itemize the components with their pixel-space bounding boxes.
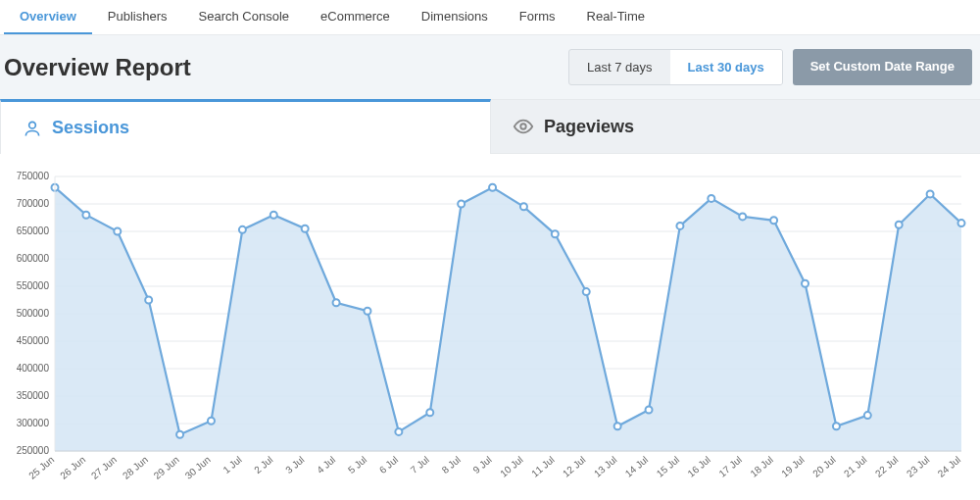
svg-point-36 [426, 409, 433, 416]
range-option-last-30-days[interactable]: Last 30 days [670, 50, 782, 84]
svg-point-30 [239, 226, 246, 233]
eye-icon [513, 116, 534, 137]
metric-tab-label: Pageviews [544, 117, 634, 137]
svg-text:12 Jul: 12 Jul [561, 454, 588, 479]
nav-tab-forms[interactable]: Forms [504, 0, 571, 34]
svg-text:29 Jun: 29 Jun [152, 454, 181, 481]
person-icon [23, 119, 42, 138]
svg-text:500000: 500000 [17, 308, 50, 319]
date-controls: Last 7 daysLast 30 days Set Custom Date … [568, 49, 974, 85]
svg-point-37 [458, 201, 465, 208]
svg-text:700000: 700000 [17, 198, 50, 209]
svg-text:20 Jul: 20 Jul [810, 454, 838, 479]
svg-point-49 [833, 423, 840, 429]
svg-point-1 [520, 124, 526, 129]
svg-text:6 Jul: 6 Jul [377, 454, 400, 475]
svg-point-46 [739, 213, 746, 220]
metric-tabs: SessionsPageviews [0, 99, 980, 154]
svg-point-52 [927, 190, 934, 197]
svg-text:450000: 450000 [17, 335, 50, 346]
range-option-last-7-days[interactable]: Last 7 days [569, 50, 670, 84]
date-range-toggle: Last 7 daysLast 30 days [568, 49, 783, 85]
svg-point-35 [395, 428, 402, 435]
svg-point-33 [333, 299, 340, 306]
svg-text:28 Jun: 28 Jun [121, 454, 150, 481]
metric-tab-pageviews[interactable]: Pageviews [491, 99, 980, 154]
svg-text:300000: 300000 [17, 418, 50, 428]
svg-text:27 Jun: 27 Jun [89, 454, 119, 481]
svg-text:25 Jun: 25 Jun [26, 454, 56, 481]
nav-tab-real-time[interactable]: Real-Time [571, 0, 661, 34]
svg-point-51 [896, 222, 903, 228]
svg-text:650000: 650000 [17, 225, 50, 236]
svg-text:8 Jul: 8 Jul [440, 454, 463, 475]
svg-point-32 [302, 225, 309, 232]
svg-text:11 Jul: 11 Jul [529, 454, 557, 479]
nav-tab-dimensions[interactable]: Dimensions [406, 0, 504, 34]
svg-point-28 [176, 431, 183, 438]
svg-text:14 Jul: 14 Jul [623, 454, 651, 479]
svg-point-40 [552, 230, 559, 237]
svg-text:600000: 600000 [17, 253, 50, 264]
svg-text:5 Jul: 5 Jul [346, 454, 368, 475]
svg-text:10 Jul: 10 Jul [498, 454, 525, 479]
svg-point-48 [802, 280, 808, 287]
svg-text:15 Jul: 15 Jul [655, 454, 682, 479]
svg-text:350000: 350000 [17, 390, 50, 401]
metric-tab-sessions[interactable]: Sessions [0, 99, 491, 154]
svg-point-38 [489, 184, 496, 191]
nav-tab-search-console[interactable]: Search Console [183, 0, 306, 34]
svg-text:19 Jul: 19 Jul [779, 454, 807, 479]
svg-point-25 [82, 212, 89, 219]
svg-point-0 [29, 122, 36, 128]
svg-text:17 Jul: 17 Jul [716, 454, 744, 479]
svg-text:1 Jul: 1 Jul [220, 454, 243, 475]
svg-text:250000: 250000 [17, 445, 50, 456]
svg-text:2 Jul: 2 Jul [252, 454, 274, 475]
svg-point-26 [114, 228, 121, 235]
custom-date-button[interactable]: Set Custom Date Range [793, 49, 972, 85]
svg-point-29 [208, 418, 215, 425]
svg-text:21 Jul: 21 Jul [842, 454, 869, 479]
svg-text:30 Jun: 30 Jun [183, 454, 213, 481]
svg-text:4 Jul: 4 Jul [315, 454, 337, 475]
svg-point-27 [145, 297, 152, 304]
header: Overview Report Last 7 daysLast 30 days … [0, 35, 980, 99]
svg-point-44 [676, 223, 683, 229]
svg-point-47 [770, 217, 777, 224]
svg-text:22 Jul: 22 Jul [873, 454, 901, 479]
svg-point-43 [646, 407, 653, 414]
page-title: Overview Report [2, 54, 191, 81]
svg-point-31 [270, 212, 277, 219]
chart-area: 2500003000003500004000004500005000005500… [0, 154, 980, 495]
svg-point-42 [614, 423, 621, 429]
svg-text:750000: 750000 [17, 172, 50, 181]
svg-text:26 Jun: 26 Jun [58, 454, 87, 481]
nav-tab-ecommerce[interactable]: eCommerce [305, 0, 406, 34]
nav-tab-publishers[interactable]: Publishers [92, 0, 183, 34]
svg-point-34 [364, 308, 370, 315]
svg-text:23 Jul: 23 Jul [905, 454, 932, 479]
sessions-chart: 2500003000003500004000004500005000005500… [6, 172, 971, 495]
metric-tab-label: Sessions [52, 118, 129, 138]
svg-point-45 [708, 195, 714, 202]
svg-point-50 [864, 412, 871, 419]
svg-text:7 Jul: 7 Jul [409, 454, 431, 475]
svg-text:3 Jul: 3 Jul [283, 454, 306, 475]
svg-text:550000: 550000 [17, 280, 50, 291]
report-nav: OverviewPublishersSearch ConsoleeCommerc… [0, 0, 980, 35]
svg-point-39 [520, 203, 527, 210]
nav-tab-overview[interactable]: Overview [4, 0, 92, 34]
svg-text:9 Jul: 9 Jul [471, 454, 494, 475]
svg-text:13 Jul: 13 Jul [592, 454, 619, 479]
svg-point-53 [958, 220, 965, 226]
svg-text:16 Jul: 16 Jul [686, 454, 713, 479]
svg-text:400000: 400000 [17, 363, 50, 374]
svg-text:24 Jul: 24 Jul [936, 454, 963, 479]
svg-point-41 [583, 288, 590, 295]
svg-text:18 Jul: 18 Jul [748, 454, 775, 479]
